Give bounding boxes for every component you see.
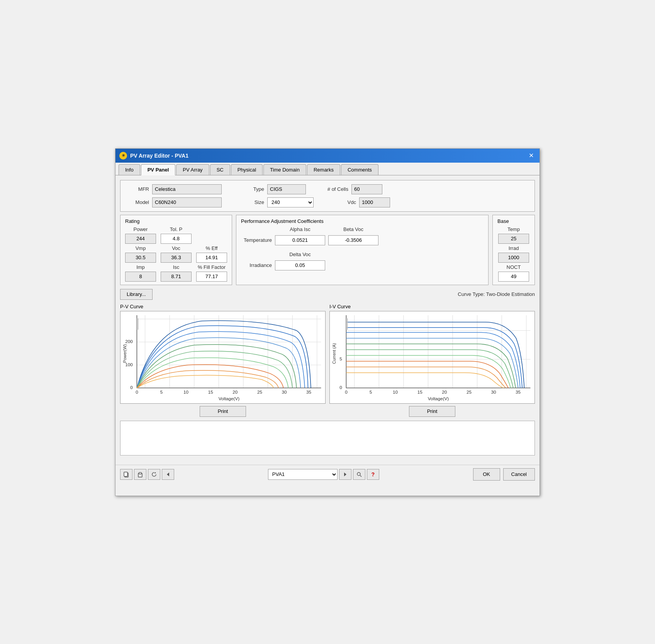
svg-marker-58 [154, 472, 156, 473]
voc-field [161, 253, 192, 263]
back-button[interactable] [162, 469, 174, 480]
reset-button[interactable] [148, 469, 160, 480]
forward-icon [342, 471, 348, 477]
svg-text:Current (A): Current (A) [332, 343, 336, 364]
svg-rect-57 [139, 472, 141, 474]
tab-sc[interactable]: SC [210, 164, 230, 175]
performance-title: Performance Adjustment Coefficients [241, 218, 484, 224]
top-row-1: MFR Type # of Cells [126, 184, 529, 194]
voc-label: Voc [161, 245, 192, 251]
base-noct-field[interactable] [498, 272, 529, 282]
svg-text:Power(W): Power(W) [122, 344, 127, 363]
svg-marker-59 [167, 472, 169, 476]
fill-factor-label: % Fill Factor [196, 264, 227, 270]
title-bar: ☀ PV Array Editor - PVA1 ✕ [115, 149, 540, 163]
paste-icon [137, 471, 143, 477]
main-window: ☀ PV Array Editor - PVA1 ✕ Info PV Panel… [115, 148, 540, 496]
svg-text:35: 35 [306, 390, 311, 394]
tab-comments[interactable]: Comments [341, 164, 378, 175]
svg-text:Voltage(V): Voltage(V) [219, 396, 240, 401]
tab-remarks[interactable]: Remarks [307, 164, 340, 175]
beta-voc-header: Beta Voc [328, 226, 378, 232]
power-field [125, 234, 156, 244]
ok-button[interactable]: OK [473, 468, 500, 481]
mfr-field[interactable] [152, 184, 222, 194]
vmp-label: Vmp [125, 245, 156, 251]
pv-curve-chart: 0 100 200 0 5 10 15 20 25 30 35 Power(W) [120, 311, 326, 404]
cancel-button[interactable]: Cancel [503, 468, 535, 481]
alpha-isc-field[interactable] [275, 235, 325, 245]
delta-voc-field[interactable] [275, 260, 325, 270]
main-content: MFR Type # of Cells Model Size 240 Vdc [115, 175, 540, 465]
tab-physical[interactable]: Physical [231, 164, 263, 175]
tab-pv-panel[interactable]: PV Panel [141, 164, 176, 175]
iv-curve-section: I-V Curve [329, 304, 535, 417]
tab-time-domain[interactable]: Time Domain [263, 164, 306, 175]
performance-box: Performance Adjustment Coefficients Alph… [236, 215, 489, 285]
footer-left [120, 469, 174, 480]
eff-field[interactable] [196, 253, 227, 263]
pv-curve-section: P-V Curve [120, 304, 326, 417]
notes-box[interactable] [120, 421, 535, 455]
base-temp-label: Temp [507, 226, 520, 232]
iv-curve-title: I-V Curve [329, 304, 535, 309]
irrad-label: Irradiance [241, 262, 272, 268]
nav-dropdown[interactable]: PVA1 [268, 469, 338, 480]
svg-text:0: 0 [130, 385, 132, 390]
svg-text:5: 5 [160, 390, 163, 394]
copy-button[interactable] [120, 469, 132, 480]
svg-text:15: 15 [417, 390, 423, 394]
tab-pv-array[interactable]: PV Array [176, 164, 209, 175]
base-noct-label: NOCT [507, 264, 521, 270]
iv-print-button[interactable]: Print [409, 406, 455, 417]
footer: PVA1 ? OK Cancel [115, 465, 540, 484]
imp-label: Imp [125, 264, 156, 270]
model-label: Model [126, 199, 149, 205]
base-irrad-field [498, 253, 529, 263]
size-select[interactable]: 240 [267, 197, 314, 207]
beta-voc-field[interactable] [328, 235, 378, 245]
type-field[interactable] [267, 184, 306, 194]
cells-label: # of Cells [317, 186, 348, 192]
app-icon: ☀ [119, 152, 127, 160]
tab-info[interactable]: Info [119, 164, 140, 175]
svg-text:5: 5 [370, 390, 372, 394]
fill-factor-field[interactable] [196, 272, 227, 282]
pv-print-button[interactable]: Print [200, 406, 246, 417]
svg-text:25: 25 [467, 390, 472, 394]
library-button[interactable]: Library... [120, 289, 153, 300]
delta-voc-header: Delta Voc [275, 251, 325, 257]
curve-type-label: Curve Type: Two-Diode Estimation [458, 291, 535, 297]
curves-row: P-V Curve [120, 304, 535, 417]
paste-button[interactable] [134, 469, 146, 480]
svg-marker-60 [344, 472, 346, 476]
model-field[interactable] [152, 197, 222, 207]
base-title: Base [497, 218, 530, 224]
footer-right: OK Cancel [473, 468, 535, 481]
svg-rect-53 [345, 318, 348, 330]
pv-curve-print-row: Print [120, 406, 326, 417]
svg-text:35: 35 [516, 390, 521, 394]
copy-icon [123, 471, 129, 477]
base-temp-field [498, 234, 529, 244]
search-button[interactable] [353, 469, 365, 480]
vdc-field[interactable] [359, 197, 390, 207]
svg-text:25: 25 [257, 390, 262, 394]
footer-center: PVA1 ? [268, 469, 379, 480]
base-box: Base Temp Irrad NOCT [492, 215, 535, 285]
top-row-2: Model Size 240 Vdc [126, 197, 529, 207]
svg-text:20: 20 [232, 390, 238, 394]
isc-label: Isc [161, 264, 192, 270]
iv-curve-chart: 0 5 0 5 10 15 20 25 30 35 Current (A) [329, 311, 535, 404]
temp-label: Temperature [241, 237, 272, 243]
back-icon [165, 471, 171, 477]
cells-field[interactable] [351, 184, 382, 194]
forward-button[interactable] [339, 469, 351, 480]
tol-p-field[interactable] [161, 234, 192, 244]
imp-field [125, 272, 156, 282]
alpha-isc-header: Alpha Isc [275, 226, 325, 232]
svg-text:200: 200 [125, 339, 132, 344]
help-button[interactable]: ? [367, 469, 379, 480]
close-button[interactable]: ✕ [526, 151, 536, 160]
svg-text:100: 100 [125, 362, 132, 367]
